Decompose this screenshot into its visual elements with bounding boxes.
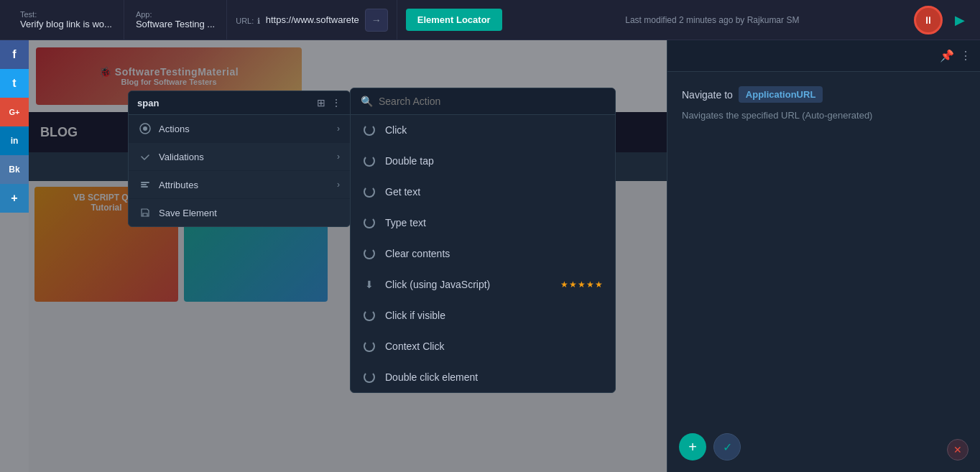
vk-button[interactable]: Bk — [0, 155, 29, 184]
double-click-label: Double click element — [385, 371, 478, 383]
action-item-context-click[interactable]: Context Click — [351, 331, 615, 362]
panel-header-icons: 📌 ⋮ — [940, 49, 971, 63]
element-tag: span — [137, 98, 317, 108]
context-click-label: Context Click — [385, 341, 444, 352]
panel-bottom-actions: + ✓ — [679, 433, 741, 461]
action-item-double-tap[interactable]: Double tap — [351, 146, 615, 177]
element-locator-button[interactable]: Element Locator — [406, 9, 502, 31]
svg-rect-2 — [141, 182, 149, 183]
play-icon: ▶ — [955, 12, 965, 28]
url-arrow-button[interactable]: → — [365, 9, 388, 32]
social-sidebar: f t G+ in Bk + — [0, 40, 29, 213]
svg-rect-4 — [141, 186, 148, 188]
validations-arrow-icon: › — [337, 152, 340, 162]
click-js-label: Click (using JavaScript) — [385, 279, 490, 290]
context-click-icon — [362, 339, 376, 353]
add-action-button[interactable]: + — [679, 433, 706, 461]
attributes-label: Attributes — [159, 180, 330, 190]
action-item-click-visible[interactable]: Click if visible — [351, 300, 615, 331]
menu-item-actions[interactable]: Actions › — [129, 115, 350, 143]
search-box: 🔍 — [351, 88, 615, 115]
play-button[interactable]: ▶ — [948, 9, 971, 32]
twitter-button[interactable]: t — [0, 69, 29, 98]
actions-arrow-icon: › — [337, 124, 340, 134]
stars-icon: ★★★★★ — [560, 279, 604, 290]
search-action-input[interactable] — [379, 96, 605, 107]
click-visible-icon — [362, 308, 376, 323]
attributes-arrow-icon: › — [337, 180, 340, 190]
main-content: f t G+ in Bk + 🐞 SoftwareTestingMaterial… — [0, 40, 980, 472]
actions-icon — [139, 122, 152, 135]
get-text-label: Get text — [385, 186, 420, 198]
right-panel: 📌 ⋮ Navigate to ApplicationURL Navigates… — [667, 40, 980, 472]
action-item-click[interactable]: Click — [351, 115, 615, 146]
right-panel-header: 📌 ⋮ — [667, 40, 980, 72]
action-item-double-click[interactable]: Double click element — [351, 362, 615, 392]
action-item-clear-contents[interactable]: Clear contents — [351, 239, 615, 269]
add-social-button[interactable]: + — [0, 184, 29, 213]
app-label: App: — [136, 10, 215, 19]
click-js-icon: ⬇ — [362, 277, 376, 292]
more-options-icon[interactable]: ⋮ — [331, 97, 341, 108]
navigate-row: Navigate to ApplicationURL — [682, 86, 966, 103]
double-tap-icon — [362, 154, 376, 168]
test-value: Verify blog link is wo... — [20, 19, 112, 29]
test-section: Test: Verify blog link is wo... — [9, 0, 124, 40]
facebook-button[interactable]: f — [0, 40, 29, 69]
check-icon: ✓ — [723, 440, 732, 454]
test-label: Test: — [20, 10, 112, 19]
menu-item-save-element[interactable]: Save Element — [129, 199, 350, 226]
close-button[interactable]: ✕ — [947, 439, 969, 461]
googleplus-button[interactable]: G+ — [0, 98, 29, 126]
grid-icon[interactable]: ⊞ — [317, 97, 325, 108]
pause-icon: ⏸ — [923, 14, 933, 26]
info-icon: ℹ — [257, 17, 260, 25]
navigate-content: Navigate to ApplicationURL Navigates the… — [667, 72, 980, 135]
actions-dropdown: 🔍 Click Double tap Get text Type te — [350, 88, 616, 393]
actions-label: Actions — [159, 124, 330, 134]
navigate-description: Navigates the specified URL (Auto-genera… — [682, 110, 966, 121]
application-url-badge[interactable]: ApplicationURL — [739, 86, 823, 103]
action-item-type-text[interactable]: Type text — [351, 208, 615, 239]
action-item-click-js[interactable]: ⬇ Click (using JavaScript) ★★★★★ — [351, 269, 615, 300]
last-modified-text: Last modified 2 minutes ago by Rajkumar … — [511, 15, 914, 25]
type-text-icon — [362, 216, 376, 230]
search-icon: 🔍 — [361, 96, 373, 107]
download-icon: ⬇ — [365, 279, 374, 290]
top-bar: Test: Verify blog link is wo... App: Sof… — [0, 0, 980, 40]
validations-label: Validations — [159, 152, 330, 162]
menu-item-attributes[interactable]: Attributes › — [129, 171, 350, 199]
header-icons: ⊞ ⋮ — [317, 97, 341, 108]
clear-contents-label: Clear contents — [385, 248, 450, 259]
type-text-label: Type text — [385, 217, 426, 228]
click-action-icon — [362, 123, 376, 137]
app-section: App: Software Testing ... — [124, 0, 227, 40]
navigate-to-label: Navigate to — [682, 89, 733, 101]
context-menu-header: span ⊞ ⋮ — [129, 91, 350, 115]
context-menu-panel: span ⊞ ⋮ Actions › Validations › Attribu… — [128, 91, 351, 227]
save-element-icon — [139, 206, 152, 219]
close-icon: ✕ — [953, 444, 962, 455]
double-click-icon — [362, 370, 376, 384]
url-value: https://www.softwarete — [266, 14, 359, 25]
url-section: URL: ℹ https://www.softwarete → — [227, 0, 397, 40]
app-value: Software Testing ... — [136, 19, 215, 29]
click-visible-label: Click if visible — [385, 310, 445, 321]
action-item-get-text[interactable]: Get text — [351, 177, 615, 208]
menu-item-validations[interactable]: Validations › — [129, 143, 350, 171]
plus-icon: + — [688, 439, 697, 455]
validations-icon — [139, 150, 152, 163]
check-button[interactable]: ✓ — [713, 433, 741, 461]
svg-point-1 — [143, 126, 147, 131]
get-text-icon — [362, 185, 376, 199]
url-label: URL: — [236, 17, 254, 25]
panel-more-icon[interactable]: ⋮ — [960, 49, 971, 63]
double-tap-label: Double tap — [385, 155, 434, 167]
svg-rect-3 — [141, 184, 147, 185]
pin-icon[interactable]: 📌 — [940, 49, 954, 63]
clear-contents-icon — [362, 246, 376, 261]
click-label: Click — [385, 124, 407, 136]
attributes-icon — [139, 178, 152, 191]
linkedin-button[interactable]: in — [0, 126, 29, 155]
pause-button[interactable]: ⏸ — [914, 6, 943, 34]
